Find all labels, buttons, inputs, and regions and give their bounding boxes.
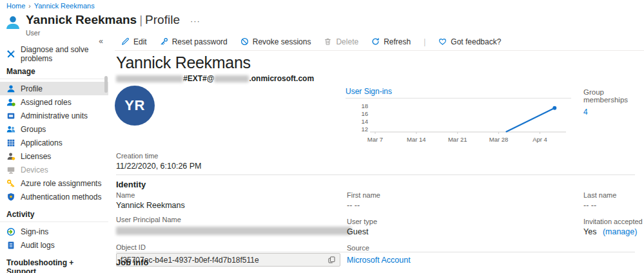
breadcrumb-separator: ›: [28, 3, 30, 10]
last-name-field: Last name -- --: [583, 191, 644, 210]
sidebar-scrollbar[interactable]: [104, 76, 108, 93]
page-title: Yannick Reekmans|Profile···: [26, 13, 200, 28]
user-display-name: Yannick Reekmans: [116, 53, 251, 72]
creation-time-label: Creation time: [116, 152, 202, 160]
sidebar-item-label: Applications: [21, 138, 63, 147]
page-title-row: Yannick Reekmans|Profile··· User: [5, 13, 200, 37]
sidebar-item-label: Profile: [21, 84, 43, 93]
sidebar-item-label: Audit logs: [21, 241, 55, 250]
tools-icon: [6, 50, 15, 59]
name-field: Name Yannick Reekmans: [116, 191, 342, 210]
object-id-label: Object ID: [116, 243, 342, 251]
sidebar-item-label: Devices: [21, 165, 48, 174]
identity-column-2: First name -- -- User type Guest Source …: [347, 191, 463, 271]
source-link[interactable]: Microsoft Account: [347, 256, 411, 265]
main-content: Edit Reset password Revoke sessions Dele…: [115, 35, 644, 273]
page-title-section: Profile: [145, 13, 180, 26]
trash-icon: [324, 37, 332, 46]
sidebar-item-sign-ins[interactable]: Sign-ins: [0, 225, 108, 238]
last-name-value: -- --: [583, 201, 644, 210]
sidebar-section-activity: Activity: [0, 203, 108, 222]
person-icon: [6, 84, 15, 93]
upn-ext-part: #EXT#@: [183, 74, 214, 83]
breadcrumb-user[interactable]: Yannick Reekmans: [34, 2, 95, 10]
sidebar-item-profile[interactable]: Profile: [0, 82, 108, 95]
svg-text:Mar 7: Mar 7: [367, 136, 383, 143]
redacted-upn-prefix: [116, 75, 183, 82]
svg-text:18: 18: [361, 102, 368, 109]
sidebar-item-devices: Devices: [0, 163, 108, 176]
sidebar-section-troubleshooting: Troubleshooting + Support: [0, 252, 108, 273]
signins-line-chart: 12141618Mar 7Mar 14Mar 21Mar 28Apr 4: [346, 100, 571, 145]
creation-time: Creation time 11/22/2020, 6:10:26 PM: [116, 152, 202, 171]
sidebar-item-label: Licenses: [21, 152, 51, 161]
avatar: YR: [115, 86, 155, 126]
reset-password-button[interactable]: Reset password: [160, 37, 228, 46]
feedback-button[interactable]: Got feedback?: [438, 37, 501, 46]
sidebar-collapse-button[interactable]: «: [99, 37, 103, 46]
sidebar-item-label: Diagnose and solve problems: [21, 45, 102, 63]
more-options-button[interactable]: ···: [190, 14, 200, 28]
object-id-input[interactable]: f35707ec-b4e1-4937-b0ef-f4d7b18f511e: [116, 253, 340, 267]
group-memberships: Group memberships 4: [583, 88, 644, 117]
section-divider: [116, 174, 635, 175]
command-bar: Edit Reset password Revoke sessions Dele…: [115, 35, 644, 51]
edit-label: Edit: [133, 37, 147, 46]
upn-field: User Principal Name: [116, 216, 342, 238]
identity-column-3: Last name -- -- Invitation accepted Yes …: [583, 191, 644, 242]
last-name-label: Last name: [583, 191, 644, 199]
sidebar-item-azure-role-assignments[interactable]: Azure role assignments: [0, 176, 108, 190]
sidebar-item-licenses[interactable]: Licenses: [0, 149, 108, 163]
sidebar-item-administrative-units[interactable]: Administrative units: [0, 109, 108, 122]
license-icon: [6, 152, 15, 161]
group-memberships-label: Group memberships: [583, 88, 644, 104]
edit-button[interactable]: Edit: [121, 37, 147, 46]
revoke-sessions-button[interactable]: Revoke sessions: [240, 37, 311, 46]
invitation-label: Invitation accepted: [583, 218, 644, 225]
breadcrumb-home[interactable]: Home: [6, 2, 25, 10]
user-signins-chart: User Sign-ins 12141618Mar 7Mar 14Mar 21M…: [346, 87, 571, 145]
sidebar-item-label: Groups: [21, 125, 46, 134]
sidebar-item-label: Sign-ins: [21, 227, 48, 236]
first-name-value: -- --: [347, 201, 463, 210]
toolbar-divider: |: [424, 37, 425, 46]
delete-button: Delete: [324, 37, 358, 46]
name-value: Yannick Reekmans: [116, 201, 342, 210]
sidebar-item-applications[interactable]: Applications: [0, 136, 108, 149]
sidebar-item-diagnose[interactable]: Diagnose and solve problems: [0, 47, 108, 61]
sidebar-item-label: Administrative units: [21, 111, 88, 120]
pencil-icon: [121, 37, 130, 46]
svg-text:Mar 21: Mar 21: [448, 136, 467, 143]
invitation-value: Yes: [583, 227, 596, 236]
sidebar-item-authentication-methods[interactable]: Authentication methods: [0, 190, 108, 203]
feedback-label: Got feedback?: [451, 37, 501, 46]
job-info-heading: Job info: [116, 258, 149, 267]
sidebar-section-manage: Manage: [0, 61, 108, 79]
redacted-upn-value: [116, 227, 351, 235]
source-label: Source: [347, 244, 463, 252]
user-type-field: User type Guest: [347, 218, 463, 236]
user-signins-link[interactable]: User Sign-ins: [346, 87, 571, 99]
group-memberships-count-link[interactable]: 4: [583, 108, 644, 117]
user-type-value: Guest: [347, 227, 463, 236]
section-divider: [116, 252, 635, 252]
upn-domain-part: .onmicrosoft.com: [249, 74, 314, 83]
sidebar-item-assigned-roles[interactable]: Assigned roles: [0, 95, 108, 109]
refresh-label: Refresh: [384, 37, 411, 46]
azure-portal-user-profile-page: Home›Yannick Reekmans Yannick Reekmans|P…: [0, 0, 644, 273]
shield-icon: [6, 193, 15, 202]
refresh-button[interactable]: Refresh: [371, 37, 411, 46]
svg-text:Mar 14: Mar 14: [407, 136, 426, 143]
invitation-manage-link[interactable]: (manage): [603, 227, 638, 236]
page-title-separator: |: [139, 13, 142, 26]
sidebar: « Diagnose and solve problems Manage Pro…: [0, 35, 108, 273]
object-id-field: Object ID f35707ec-b4e1-4937-b0ef-f4d7b1…: [116, 243, 342, 267]
redacted-tenant-name: [214, 75, 249, 82]
devices-icon: [6, 165, 15, 174]
copy-icon[interactable]: [327, 256, 336, 264]
svg-text:Apr 4: Apr 4: [532, 136, 547, 143]
signin-icon: [6, 227, 15, 236]
sidebar-item-audit-logs[interactable]: Audit logs: [0, 238, 108, 252]
user-principal-name-header: #EXT#@.onmicrosoft.com: [116, 74, 314, 83]
sidebar-item-groups[interactable]: Groups: [0, 122, 108, 136]
